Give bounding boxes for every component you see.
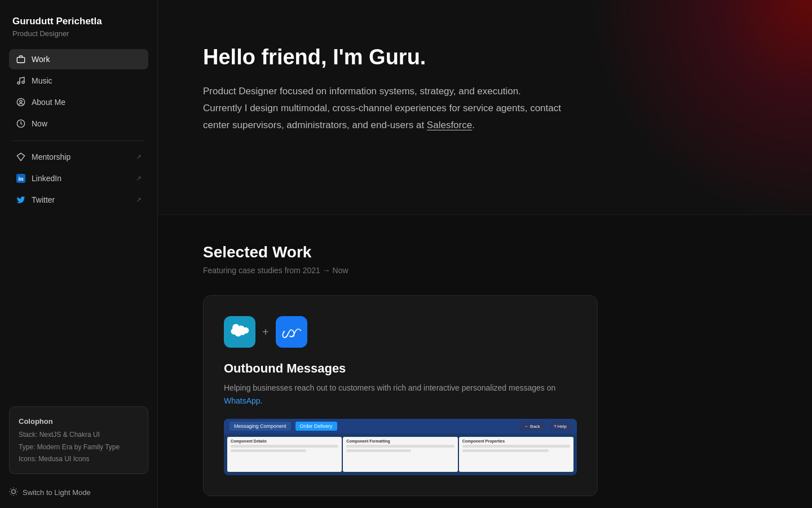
colophon-type: Type: Modern Era by Family Type	[19, 441, 139, 454]
linkedin-icon: in	[16, 173, 26, 183]
svg-line-10	[11, 489, 11, 489]
mock-line-2	[231, 449, 306, 452]
mock-line-5	[462, 445, 570, 448]
sun-icon	[9, 487, 18, 498]
mock-panel-title-right: Component Properties	[462, 439, 570, 443]
diamond-icon	[16, 152, 26, 162]
music-icon	[16, 76, 26, 86]
hero-desc-1: Product Designer focused on information …	[203, 86, 521, 97]
sidebar-item-now[interactable]: Now	[9, 113, 148, 134]
case-study-card: + Outbound Messages Helping businesses r…	[203, 295, 598, 496]
mock-topbar: Messaging Component Order Delivery ← Bac…	[224, 419, 577, 433]
mock-line-6	[462, 449, 549, 452]
mock-panel-center: Component Formatting	[343, 437, 457, 472]
card-description: Helping businesses reach out to customer…	[224, 382, 577, 408]
external-arrow-twitter: ↗	[136, 196, 142, 204]
mock-tab-help: ? Help	[549, 422, 571, 431]
meta-logo	[276, 316, 307, 348]
sidebar-item-work[interactable]: Work	[9, 49, 148, 69]
svg-point-4	[20, 100, 22, 103]
work-section-subtitle: Featuring case studies from 2021 → Now	[203, 266, 767, 275]
sidebar-item-mentorship-label: Mentorship	[32, 152, 130, 161]
hero-desc-2: Currently I design multimodal, cross-cha…	[203, 103, 561, 130]
sidebar-item-work-label: Work	[32, 55, 142, 64]
logo-plus: +	[262, 326, 269, 339]
work-section-title: Selected Work	[203, 243, 767, 261]
hero-section: Hello friend, I'm Guru. Product Designer…	[158, 0, 812, 214]
main-content: Hello friend, I'm Guru. Product Designer…	[158, 0, 812, 508]
svg-point-1	[17, 82, 20, 84]
profile-section: Gurudutt Perichetla Product Designer	[9, 16, 148, 49]
salesforce-link[interactable]: Salesforce	[427, 120, 472, 130]
hero-description: Product Designer focused on information …	[203, 83, 586, 133]
sidebar-item-music-label: Music	[32, 76, 142, 85]
mock-line-4	[346, 449, 411, 452]
card-desc-1: Helping businesses reach out to customer…	[224, 383, 555, 392]
colophon-title: Colophon	[19, 415, 139, 428]
mock-body: Component Details Component Formatting C…	[224, 433, 577, 475]
sidebar-item-about-label: About Me	[32, 98, 142, 107]
sidebar-item-linkedin-label: LinkedIn	[32, 174, 130, 183]
svg-line-15	[16, 489, 16, 489]
hero-glow	[586, 0, 812, 214]
salesforce-logo	[224, 316, 255, 348]
card-title: Outbound Messages	[224, 361, 577, 376]
card-logos: +	[224, 316, 577, 348]
external-arrow-mentorship: ↗	[136, 153, 142, 161]
external-arrow-linkedin: ↗	[136, 174, 142, 182]
mock-line-3	[346, 445, 454, 448]
svg-marker-6	[17, 153, 24, 160]
svg-line-11	[16, 494, 16, 494]
external-nav: Mentorship ↗ in LinkedIn ↗ Twitter ↗	[9, 147, 148, 211]
sidebar-item-now-label: Now	[32, 119, 142, 128]
mock-panel-title-left: Component Details	[231, 439, 338, 443]
switch-mode-button[interactable]: Switch to Light Mode	[9, 487, 91, 498]
svg-point-7	[12, 490, 16, 494]
primary-nav: Work Music About Me	[9, 49, 148, 135]
mock-panel-right: Component Properties	[459, 437, 573, 472]
profile-title: Product Designer	[9, 29, 148, 38]
mock-tab-order: Order Delivery	[295, 422, 337, 431]
colophon-stack: Stack: NextJS & Chakra UI	[19, 429, 139, 441]
sidebar-item-music[interactable]: Music	[9, 71, 148, 91]
svg-rect-0	[17, 58, 24, 63]
sidebar-item-about[interactable]: About Me	[9, 92, 148, 112]
whatsapp-link[interactable]: WhatsApp	[224, 396, 261, 405]
sidebar-item-twitter-label: Twitter	[32, 195, 130, 204]
sidebar-item-linkedin[interactable]: in LinkedIn ↗	[9, 168, 148, 189]
circle-icon	[16, 97, 26, 107]
sidebar: Gurudutt Perichetla Product Designer Wor…	[0, 0, 158, 508]
svg-line-14	[11, 494, 11, 494]
briefcase-icon	[16, 54, 26, 64]
switch-mode-label: Switch to Light Mode	[23, 488, 91, 497]
mock-tab-back: ← Back	[520, 422, 545, 431]
hero-title: Hello friend, I'm Guru.	[203, 45, 767, 69]
profile-name: Gurudutt Perichetla	[9, 16, 148, 27]
nav-divider	[12, 141, 145, 141]
mock-panel-title-center: Component Formatting	[346, 439, 454, 443]
colophon-icons: Icons: Medusa UI Icons	[19, 453, 139, 466]
mock-line-1	[231, 445, 338, 448]
twitter-icon	[16, 195, 26, 205]
sidebar-item-twitter[interactable]: Twitter ↗	[9, 190, 148, 210]
work-section: Selected Work Featuring case studies fro…	[158, 214, 812, 508]
hero-desc-3: .	[472, 120, 475, 130]
card-desc-2: .	[261, 396, 263, 405]
colophon-box: Colophon Stack: NextJS & Chakra UI Type:…	[9, 406, 148, 474]
mock-tab-messaging: Messaging Component	[230, 422, 291, 431]
svg-point-2	[22, 81, 24, 84]
clock-icon	[16, 119, 26, 129]
mock-panel-left: Component Details	[227, 437, 342, 472]
sidebar-item-mentorship[interactable]: Mentorship ↗	[9, 147, 148, 167]
card-screenshot: Messaging Component Order Delivery ← Bac…	[224, 419, 577, 475]
screenshot-mockup: Messaging Component Order Delivery ← Bac…	[224, 419, 577, 475]
